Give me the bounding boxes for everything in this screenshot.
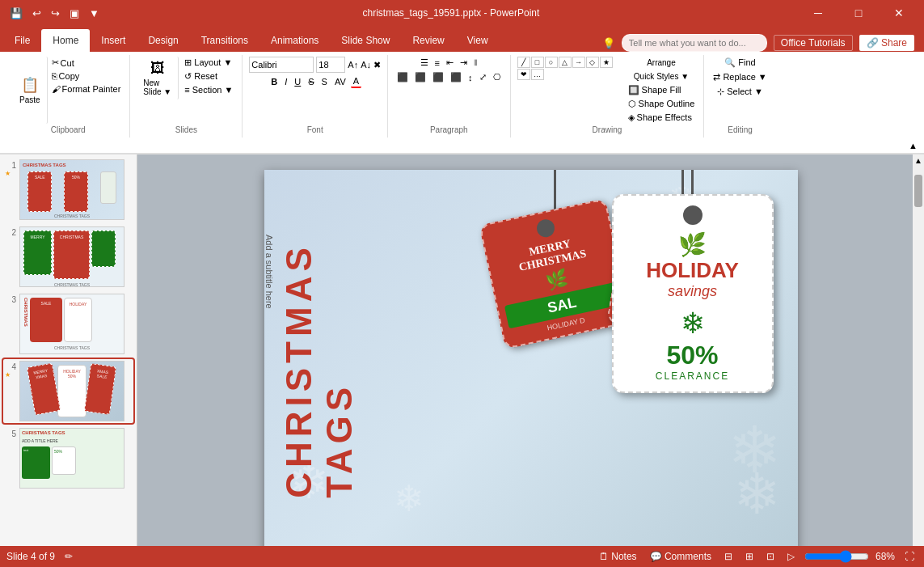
- scroll-thumb[interactable]: [914, 175, 922, 207]
- numbering-button[interactable]: ≡: [432, 57, 442, 69]
- slide-sorter-button[interactable]: ⊞: [742, 549, 757, 564]
- collapse-ribbon-button[interactable]: ▲: [909, 141, 918, 150]
- slide-show-button[interactable]: ▷: [784, 549, 798, 564]
- fit-to-window-button[interactable]: ⛶: [901, 549, 918, 564]
- align-center-button[interactable]: ⬛: [412, 71, 428, 83]
- tag-1-string: [554, 170, 556, 210]
- find-button[interactable]: 🔍 Find: [722, 57, 757, 69]
- shape-line[interactable]: ╱: [517, 57, 530, 68]
- bullets-button[interactable]: ☰: [418, 57, 431, 69]
- save-icon[interactable]: 💾: [6, 6, 26, 21]
- align-left-button[interactable]: ⬛: [394, 71, 411, 83]
- increase-font-button[interactable]: A↑: [348, 60, 358, 70]
- subtitle-text[interactable]: Add a subtitle here: [264, 235, 274, 309]
- scroll-up-button[interactable]: ▲: [913, 154, 924, 167]
- slide-thumb-3[interactable]: 3 CHRISTMAS SALE HOLIDAY CHRISTMAS TAGS: [3, 292, 133, 356]
- smart-art-button[interactable]: ⎔: [491, 71, 504, 83]
- dropdown-icon[interactable]: ▼: [86, 6, 103, 21]
- arrange-button[interactable]: Arrange: [626, 57, 698, 69]
- copy-icon: ⎘: [52, 71, 57, 81]
- text-direction-button[interactable]: ⤢: [477, 71, 489, 83]
- slide-thumb-4[interactable]: 4 ★ MERRYXMAS HOLIDAY50% XMASSALE: [3, 359, 133, 423]
- increase-indent-button[interactable]: ⇥: [458, 57, 470, 69]
- text-color-button[interactable]: A: [351, 75, 361, 88]
- shape-outline-button[interactable]: ⬡ Shape Outline: [626, 98, 698, 110]
- office-tutorials-button[interactable]: Office Tutorials: [774, 35, 853, 51]
- slide-thumb-2[interactable]: 2 MERRY CHRISTMAS CHRISTMAS TAGS: [3, 225, 133, 289]
- layout-button[interactable]: ⊞ Layout ▼: [182, 57, 235, 69]
- canvas-area: ▲ ▼ ❄ ❄ ❄ ❄ ❄ ❄ CHRISTMAS TAGS Add a sub…: [137, 154, 924, 567]
- shape-more[interactable]: …: [531, 69, 544, 80]
- cut-button[interactable]: ✂ Cut: [49, 57, 124, 69]
- paste-button[interactable]: 📋 Paste: [13, 57, 48, 124]
- search-input[interactable]: [622, 34, 767, 52]
- shape-heart[interactable]: ❤: [517, 69, 530, 80]
- ribbon-tabs: File Home Insert Design Transitions Anim…: [0, 26, 924, 52]
- line-spacing-button[interactable]: ↕: [466, 72, 475, 83]
- underline-button[interactable]: U: [292, 76, 303, 87]
- tag-2-discount: 50%: [623, 341, 762, 370]
- columns-button[interactable]: ⦀: [471, 57, 480, 69]
- share-button[interactable]: 🔗 Share: [859, 35, 914, 51]
- tab-design[interactable]: Design: [137, 29, 189, 52]
- tab-home[interactable]: Home: [41, 29, 90, 52]
- new-slide-button[interactable]: 🖼 NewSlide ▼: [137, 57, 179, 99]
- shape-diamond[interactable]: ◇: [586, 57, 599, 68]
- slide-thumb-1[interactable]: 1 ★ CHRISTMAS TAGS SALE 50% CHRISTMAS TA…: [3, 158, 133, 222]
- tab-insert[interactable]: Insert: [90, 29, 137, 52]
- shape-circle[interactable]: ○: [545, 57, 558, 68]
- normal-view-button[interactable]: ⊟: [721, 549, 736, 564]
- tag-2-icon: 🌿: [623, 231, 762, 258]
- font-size-input[interactable]: [316, 57, 345, 73]
- tab-review[interactable]: Review: [401, 29, 455, 52]
- notes-edit-icon[interactable]: ✏: [65, 551, 73, 562]
- presentation-icon[interactable]: ▣: [66, 6, 82, 21]
- maximize-button[interactable]: □: [840, 0, 877, 26]
- clear-format-button[interactable]: ✖: [373, 60, 381, 70]
- minimize-button[interactable]: ─: [800, 0, 837, 26]
- vertical-scrollbar[interactable]: ▲ ▼: [913, 154, 924, 567]
- section-button[interactable]: ≡ Section ▼: [182, 84, 235, 95]
- bold-button[interactable]: B: [268, 76, 280, 87]
- editing-label: Editing: [711, 124, 769, 136]
- tab-file[interactable]: File: [3, 29, 41, 52]
- tab-view[interactable]: View: [456, 29, 500, 52]
- shape-star[interactable]: ★: [600, 57, 613, 68]
- slide-thumb-5[interactable]: 5 CHRISTMAS TAGS ADD A TITLE HERE text 5…: [3, 426, 133, 490]
- reading-view-button[interactable]: ⊡: [763, 549, 778, 564]
- italic-button[interactable]: I: [282, 76, 289, 87]
- shape-triangle[interactable]: △: [559, 57, 572, 68]
- format-painter-button[interactable]: 🖌 Format Painter: [49, 83, 124, 95]
- status-bar: Slide 4 of 9 ✏ 🗒 Notes 💬 Comments ⊟ ⊞ ⊡ …: [0, 546, 924, 567]
- slides-group: 🖼 NewSlide ▼ ⊞ Layout ▼ ↺ Reset ≡ Sectio…: [130, 55, 243, 138]
- status-left: Slide 4 of 9 ✏: [6, 551, 73, 562]
- font-family-input[interactable]: [249, 57, 314, 73]
- justify-button[interactable]: ⬛: [448, 71, 464, 83]
- shadow-button[interactable]: S: [319, 76, 330, 87]
- notes-button[interactable]: 🗒 Notes: [596, 549, 640, 564]
- strikethrough-button[interactable]: S: [306, 76, 316, 87]
- zoom-slider[interactable]: [804, 550, 869, 563]
- tab-transitions[interactable]: Transitions: [190, 29, 259, 52]
- shape-effects-button[interactable]: ◈ Shape Effects: [626, 112, 694, 124]
- comments-button[interactable]: 💬 Comments: [647, 549, 715, 564]
- align-right-button[interactable]: ⬛: [430, 71, 446, 83]
- close-button[interactable]: ✕: [880, 0, 918, 26]
- shape-arrow[interactable]: →: [572, 57, 585, 68]
- decrease-indent-button[interactable]: ⇤: [444, 57, 456, 69]
- quick-styles-button[interactable]: Quick Styles ▼: [626, 70, 698, 83]
- replace-button[interactable]: ⇄ Replace ▼: [711, 71, 769, 83]
- select-button[interactable]: ⊹ Select ▼: [715, 86, 766, 98]
- spacing-button[interactable]: AV: [332, 76, 348, 87]
- tab-animations[interactable]: Animations: [259, 29, 330, 52]
- title-bar: 💾 ↩ ↪ ▣ ▼ christmas_tags_19591.pptx - Po…: [0, 0, 924, 26]
- undo-icon[interactable]: ↩: [29, 6, 44, 21]
- tab-slideshow[interactable]: Slide Show: [330, 29, 401, 52]
- redo-icon[interactable]: ↪: [48, 6, 63, 21]
- reset-button[interactable]: ↺ Reset: [182, 70, 235, 83]
- shape-fill-button[interactable]: 🔲 Shape Fill: [626, 84, 684, 96]
- decrease-font-button[interactable]: A↓: [361, 60, 371, 70]
- tag-2-hole: [683, 205, 702, 225]
- shape-rect[interactable]: □: [531, 57, 544, 68]
- copy-button[interactable]: ⎘ Copy: [49, 70, 124, 82]
